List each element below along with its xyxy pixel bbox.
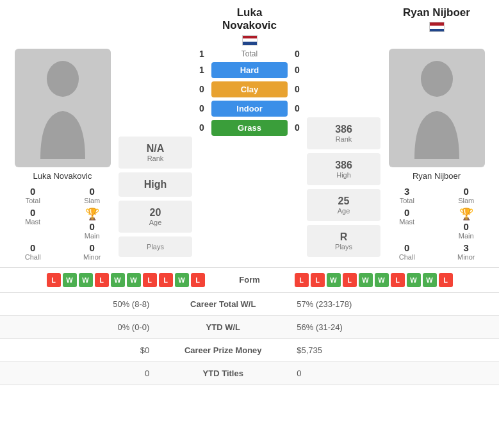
left-player-col: Luka Novakovic 0 Total 0 Slam 0 Mast 🏆 0 xyxy=(6,49,119,261)
right-center-spacer xyxy=(307,6,380,46)
form-badge-right: W xyxy=(359,273,373,287)
right-slam-value: 0 xyxy=(464,186,469,197)
right-plays-box: R Plays xyxy=(307,225,380,257)
form-badge-right: W xyxy=(375,273,389,287)
app-container: Luka Novakovic Ryan Nijboer xyxy=(0,0,499,385)
left-age-label: Age xyxy=(122,219,189,226)
indoor-btn[interactable]: Indoor xyxy=(211,101,288,117)
form-badge-left: W xyxy=(127,273,141,287)
clay-row: 0 Clay 0 xyxy=(192,81,307,97)
stats-left-value: 0% (0-0) xyxy=(0,315,159,338)
form-badges-right: LLWLWWLWWL xyxy=(295,273,493,287)
stats-left-value: 0 xyxy=(0,361,159,385)
right-total-label: Total xyxy=(400,197,414,204)
right-main-value: 0 xyxy=(464,221,469,232)
bottom-section: LWWLWWLLWL Form LLWLWWLWWL 50% (8-8)Care… xyxy=(0,267,499,385)
right-rank-value: 386 xyxy=(310,124,377,135)
left-player-name-below: Luka Novakovic xyxy=(33,171,92,181)
left-age-box: 20 Age xyxy=(119,201,192,233)
right-plays-value: R xyxy=(310,231,377,243)
right-player-col: Ryan Nijboer 3 Total 0 Slam 0 Mast 🏆 0 xyxy=(380,49,493,261)
left-mast-label: Mast xyxy=(25,218,40,226)
form-label: Form xyxy=(205,275,295,285)
left-rank-value: N/A xyxy=(122,143,189,154)
right-high-label: High xyxy=(310,171,377,179)
left-minor-stat: 0 Minor xyxy=(66,242,119,261)
left-trophy-icon: 🏆 xyxy=(85,207,99,221)
stats-center-label: Career Total W/L xyxy=(159,293,287,316)
left-minor-label: Minor xyxy=(83,253,101,261)
left-slam-stat: 0 Slam xyxy=(66,186,119,204)
right-main-stat: 🏆 0 Main xyxy=(440,207,493,240)
form-badge-right: W xyxy=(423,273,437,287)
left-plays-box: Plays xyxy=(119,236,192,257)
total-row: 1 Total 0 xyxy=(192,49,307,59)
form-badge-right: W xyxy=(407,273,421,287)
left-chall-value: 0 xyxy=(30,242,35,253)
form-badge-left: W xyxy=(79,273,93,287)
form-badge-left: W xyxy=(111,273,125,287)
center-right-wrap: 386 Rank 386 High 25 Age R Plays xyxy=(307,49,380,261)
vs-total-right: 0 xyxy=(288,49,307,59)
form-badges-left: LWWLWWLLWL xyxy=(6,273,205,287)
form-badge-left: L xyxy=(47,273,61,287)
right-player-name-below: Ryan Nijboer xyxy=(413,171,461,181)
stats-center-label: Career Prize Money xyxy=(159,338,287,361)
left-main-label: Main xyxy=(85,232,100,240)
right-player-name-area: Ryan Nijboer xyxy=(380,6,493,46)
left-player-name: Luka Novakovic xyxy=(192,6,307,33)
hard-btn[interactable]: Hard xyxy=(211,62,288,78)
vs-grass-right: 0 xyxy=(288,122,307,133)
left-total-label: Total xyxy=(26,197,40,204)
stats-right-value: 57% (233-178) xyxy=(287,293,499,316)
indoor-row: 0 Indoor 0 xyxy=(192,101,307,117)
right-high-box: 386 High xyxy=(307,153,380,185)
right-chall-label: Chall xyxy=(399,253,415,261)
right-total-stat: 3 Total xyxy=(380,186,434,204)
left-name-spacer xyxy=(6,6,119,46)
right-trophy-icon: 🏆 xyxy=(459,207,473,221)
stats-right-value: $5,735 xyxy=(287,338,499,361)
left-main-stat: 🏆 0 Main xyxy=(66,207,119,240)
left-player-name-area: Luka Novakovic xyxy=(192,6,307,46)
right-slam-label: Slam xyxy=(458,197,474,204)
left-chall-label: Chall xyxy=(25,253,41,261)
right-slam-stat: 0 Slam xyxy=(440,186,493,204)
hard-row: 1 Hard 0 xyxy=(192,62,307,78)
right-plays-label: Plays xyxy=(310,243,377,251)
right-player-flag xyxy=(380,22,493,32)
stats-table: 50% (8-8)Career Total W/L57% (233-178)0%… xyxy=(0,293,499,385)
form-row: LWWLWWLLWL Form LLWLWWLWWL xyxy=(0,268,499,293)
right-mast-stat: 0 Mast xyxy=(380,207,434,240)
svg-point-1 xyxy=(421,61,453,97)
grass-btn[interactable]: Grass xyxy=(211,120,288,136)
stats-center-label: YTD Titles xyxy=(159,361,287,385)
form-badge-left: L xyxy=(191,273,205,287)
left-chall-stat: 0 Chall xyxy=(6,242,60,261)
stats-row: 0% (0-0)YTD W/L56% (31-24) xyxy=(0,315,499,338)
form-badge-left: L xyxy=(95,273,109,287)
form-badge-right: L xyxy=(391,273,405,287)
left-mast-value: 0 xyxy=(30,207,35,218)
left-minor-value: 0 xyxy=(90,242,95,253)
form-badge-right: L xyxy=(295,273,309,287)
right-age-label: Age xyxy=(310,207,377,215)
right-silhouette xyxy=(408,56,466,159)
form-badge-right: W xyxy=(327,273,341,287)
clay-btn[interactable]: Clay xyxy=(211,81,288,97)
stats-row: $0Career Prize Money$5,735 xyxy=(0,338,499,361)
right-chall-value: 0 xyxy=(404,242,409,253)
form-badge-right: L xyxy=(311,273,325,287)
left-rank-label: Rank xyxy=(122,154,189,162)
left-main-value: 0 xyxy=(90,221,95,232)
main-content: Luka Novakovic 0 Total 0 Slam 0 Mast 🏆 0 xyxy=(0,49,499,267)
form-badge-left: L xyxy=(159,273,173,287)
vs-indoor-left: 0 xyxy=(192,103,211,113)
vs-hard-left: 1 xyxy=(192,65,211,75)
stats-left-value: 50% (8-8) xyxy=(0,293,159,316)
vs-total-left: 1 xyxy=(192,49,211,59)
right-rank-label: Rank xyxy=(310,135,377,143)
form-badge-left: W xyxy=(175,273,189,287)
right-age-box: 25 Age xyxy=(307,189,380,221)
form-badge-right: L xyxy=(343,273,357,287)
